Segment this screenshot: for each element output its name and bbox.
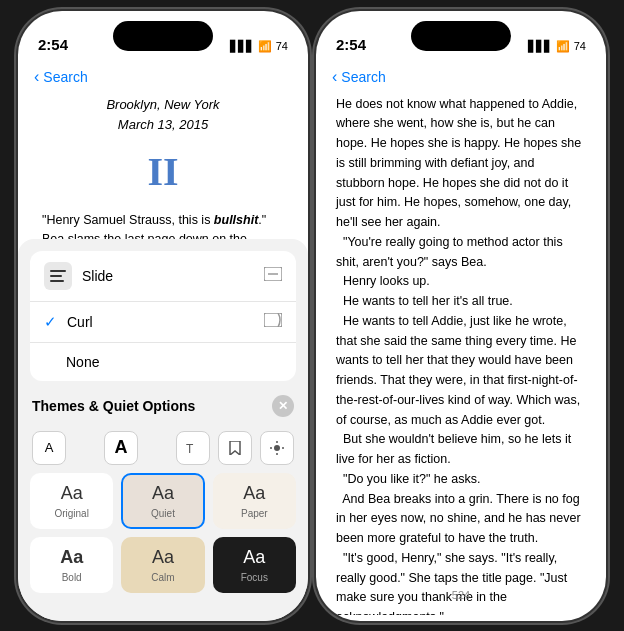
theme-grid: Aa Original Aa Quiet Aa Paper Aa Bold xyxy=(18,473,308,601)
right-book-text: He does not know what happened to Addie,… xyxy=(336,95,586,615)
close-button[interactable]: ✕ xyxy=(272,395,294,417)
font-large-label: A xyxy=(115,437,128,458)
left-back-label: Search xyxy=(43,69,87,85)
right-status-time: 2:54 xyxy=(336,36,366,53)
battery-icon: 74 xyxy=(276,40,288,52)
signal-icon: ▋▋▋ xyxy=(230,40,254,53)
bottom-panel: Slide ✓ Curl xyxy=(18,239,308,621)
none-option-left: None xyxy=(44,354,99,370)
right-dynamic-island xyxy=(411,21,511,51)
slide-option-left: Slide xyxy=(44,262,113,290)
curl-label: Curl xyxy=(67,314,93,330)
themes-header: Themes & Quiet Options ✕ xyxy=(18,389,308,425)
wifi-icon: 📶 xyxy=(258,40,272,53)
svg-rect-2 xyxy=(50,280,64,282)
theme-paper-label: Paper xyxy=(241,508,268,519)
checkmark-icon: ✓ xyxy=(44,313,57,331)
left-phone: 2:54 ▋▋▋ 📶 74 ‹ Search Brooklyn, New Yor… xyxy=(18,11,308,621)
theme-bold-label: Bold xyxy=(62,572,82,583)
right-back-chevron-icon: ‹ xyxy=(332,68,337,86)
theme-quiet-aa: Aa xyxy=(152,483,174,504)
svg-text:T: T xyxy=(186,442,194,455)
svg-rect-1 xyxy=(50,275,62,277)
back-chevron-icon: ‹ xyxy=(34,68,39,86)
theme-calm-label: Calm xyxy=(151,572,174,583)
right-back-label: Search xyxy=(341,69,385,85)
theme-focus-aa: Aa xyxy=(243,547,265,568)
font-bookmark-button[interactable] xyxy=(218,431,252,465)
font-controls: A A T xyxy=(18,425,308,473)
left-status-icons: ▋▋▋ 📶 74 xyxy=(230,40,288,53)
font-large-button[interactable]: A xyxy=(104,431,138,465)
page-number: 524 xyxy=(316,589,606,601)
none-menu-item[interactable]: None xyxy=(30,343,296,381)
theme-original[interactable]: Aa Original xyxy=(30,473,113,529)
font-small-button[interactable]: A xyxy=(32,431,66,465)
theme-paper[interactable]: Aa Paper xyxy=(213,473,296,529)
curl-option-left: ✓ Curl xyxy=(44,313,93,331)
theme-original-aa: Aa xyxy=(61,483,83,504)
right-back-button[interactable]: ‹ Search xyxy=(332,68,386,86)
theme-calm[interactable]: Aa Calm xyxy=(121,537,204,593)
right-phone: 2:54 ▋▋▋ 📶 74 ‹ Search He does not know … xyxy=(316,11,606,621)
curl-icon-right xyxy=(264,313,282,330)
theme-bold[interactable]: Aa Bold xyxy=(30,537,113,593)
slide-menu: Slide ✓ Curl xyxy=(30,251,296,381)
font-icon-row: T xyxy=(176,431,294,465)
book-chapter: II xyxy=(42,141,284,203)
left-back-button[interactable]: ‹ Search xyxy=(34,68,88,86)
right-nav-bar: ‹ Search xyxy=(316,59,606,95)
right-wifi-icon: 📶 xyxy=(556,40,570,53)
themes-title: Themes & Quiet Options xyxy=(32,398,195,414)
svg-point-7 xyxy=(274,445,280,451)
theme-calm-aa: Aa xyxy=(152,547,174,568)
left-nav-bar: ‹ Search xyxy=(18,59,308,95)
theme-quiet[interactable]: Aa Quiet xyxy=(121,473,204,529)
left-status-time: 2:54 xyxy=(38,36,68,53)
slide-label: Slide xyxy=(82,268,113,284)
right-status-icons: ▋▋▋ 📶 74 xyxy=(528,40,586,53)
font-style-button[interactable]: T xyxy=(176,431,210,465)
svg-rect-0 xyxy=(50,270,66,272)
theme-focus-label: Focus xyxy=(241,572,268,583)
right-book-content: He does not know what happened to Addie,… xyxy=(316,95,606,615)
right-battery-icon: 74 xyxy=(574,40,586,52)
slide-icon xyxy=(44,262,72,290)
theme-original-label: Original xyxy=(54,508,88,519)
theme-focus[interactable]: Aa Focus xyxy=(213,537,296,593)
none-label: None xyxy=(66,354,99,370)
theme-bold-aa: Aa xyxy=(60,547,83,568)
right-signal-icon: ▋▋▋ xyxy=(528,40,552,53)
slide-menu-item[interactable]: Slide xyxy=(30,251,296,302)
font-small-label: A xyxy=(45,440,54,455)
dynamic-island xyxy=(113,21,213,51)
slide-icon-right xyxy=(264,267,282,284)
font-brightness-button[interactable] xyxy=(260,431,294,465)
curl-menu-item[interactable]: ✓ Curl xyxy=(30,302,296,343)
theme-paper-aa: Aa xyxy=(243,483,265,504)
book-location: Brooklyn, New YorkMarch 13, 2015 xyxy=(42,95,284,135)
theme-quiet-label: Quiet xyxy=(151,508,175,519)
